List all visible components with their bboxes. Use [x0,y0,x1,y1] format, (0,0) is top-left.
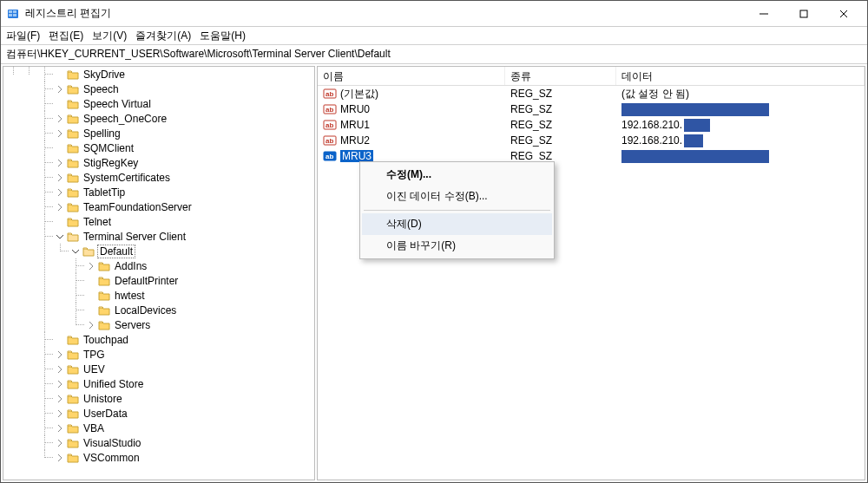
table-row[interactable]: abMRU2REG_SZ192.168.210. [318,133,865,148]
tree-label[interactable]: VSCommon [82,452,141,464]
tree-item[interactable]: hwtest [85,288,314,303]
tree-item[interactable]: Unistore [54,391,314,406]
chevron-right-icon[interactable] [54,83,66,95]
tree-label[interactable]: Servers [113,319,152,331]
chevron-right-icon[interactable] [54,408,66,420]
tree-label[interactable]: TPG [82,349,107,361]
tree-label[interactable]: UserData [82,408,129,420]
tree-pane[interactable]: SkyDriveSpeechSpeech VirtualSpeech_OneCo… [3,66,315,480]
menu-help[interactable]: 도움말(H) [200,29,246,43]
tree-label[interactable]: VisualStudio [82,437,143,449]
tree-item[interactable]: AddIns [85,258,314,273]
tree-item[interactable]: Speech Virtual [54,96,314,111]
tree-label[interactable]: DefaultPrinter [113,275,180,287]
chevron-right-icon[interactable] [54,378,66,390]
tree-item[interactable]: TabletTip [54,185,314,199]
col-data[interactable]: 데이터 [616,67,865,85]
tree-label[interactable]: VBA [82,422,106,434]
tree-item[interactable]: Telnet [54,214,314,229]
cm-modify[interactable]: 수정(M)... [362,164,552,186]
tree-item[interactable]: UserData [54,406,314,421]
tree-item[interactable]: Default [69,244,314,258]
list-pane[interactable]: 이름 종류 데이터 ab(기본값)REG_SZ(값 설정 안 됨)abMRU0R… [317,66,865,480]
chevron-right-icon[interactable] [85,319,97,331]
chevron-down-icon[interactable] [69,245,82,258]
tree-label[interactable]: Telnet [82,216,113,228]
tree-item[interactable]: Touchpad [54,332,314,347]
table-row[interactable]: ab(기본값)REG_SZ(값 설정 안 됨) [318,86,865,101]
tree-label[interactable]: Spelling [82,127,122,140]
redacted-region [621,103,769,116]
content: SkyDriveSpeechSpeech VirtualSpeech_OneCo… [1,64,867,482]
chevron-right-icon[interactable] [54,393,66,405]
tree-label[interactable]: TabletTip [82,186,127,199]
chevron-down-icon[interactable] [54,231,66,243]
tree-item[interactable]: LocalDevices [85,303,314,317]
tree-item[interactable]: TeamFoundationServer [54,199,314,214]
chevron-right-icon[interactable] [54,349,66,361]
menu-fav[interactable]: 즐겨찾기(A) [135,29,191,43]
tree-label[interactable]: Default [97,245,135,258]
tree-item[interactable]: Unified Store [54,376,314,391]
chevron-right-icon[interactable] [54,186,66,199]
tree-item[interactable]: UEV [54,362,314,376]
tree-label[interactable]: LocalDevices [113,304,178,317]
tree-label[interactable]: Touchpad [82,334,130,346]
chevron-right-icon[interactable] [85,260,97,272]
tree-item[interactable]: VisualStudio [54,435,314,450]
minimize-button[interactable] [744,2,784,26]
cm-rename[interactable]: 이름 바꾸기(R) [362,235,552,257]
tree-item[interactable]: Servers [85,317,314,332]
window-title: 레지스트리 편집기 [25,6,744,21]
col-name[interactable]: 이름 [318,67,505,85]
tree-label[interactable]: UEV [82,363,107,375]
chevron-right-icon[interactable] [54,127,66,140]
tree-item[interactable]: SkyDrive [54,67,314,82]
chevron-right-icon[interactable] [54,157,66,169]
tree-label[interactable]: AddIns [113,260,148,272]
menu-file[interactable]: 파일(F) [6,29,40,43]
col-type[interactable]: 종류 [505,67,616,85]
menu-edit[interactable]: 편집(E) [49,29,83,43]
tree-item[interactable]: SystemCertificates [54,170,314,185]
maximize-button[interactable] [784,2,824,26]
chevron-right-icon[interactable] [54,422,66,434]
tree-label[interactable]: Unistore [82,393,124,405]
tree-label[interactable]: hwtest [113,290,147,302]
table-row[interactable]: abMRU0REG_SZ [318,101,865,117]
tree-label[interactable]: SQMClient [82,142,135,154]
tree-item[interactable]: StigRegKey [54,155,314,170]
tree-label[interactable]: StigRegKey [82,157,140,169]
chevron-right-icon[interactable] [54,172,66,184]
table-row[interactable]: abMRU1REG_SZ192.168.210. [318,117,865,133]
tree-label[interactable]: SkyDrive [82,69,127,81]
tree-item[interactable]: Terminal Server Client [54,229,314,244]
chevron-right-icon[interactable] [54,437,66,449]
tree-item[interactable]: SQMClient [54,140,314,155]
tree-label[interactable]: Terminal Server Client [82,231,187,243]
tree-item[interactable]: VSCommon [54,450,314,465]
tree-item[interactable]: Spelling [54,126,314,140]
chevron-right-icon[interactable] [54,201,66,213]
cm-modify-binary[interactable]: 이진 데이터 수정(B)... [362,186,552,207]
tree-label[interactable]: Unified Store [82,378,145,390]
chevron-right-icon[interactable] [54,113,66,125]
chevron-right-icon[interactable] [54,452,66,464]
tree-item[interactable]: Speech [54,82,314,96]
value-data: 192.168.210. [616,134,865,147]
menu-view[interactable]: 보기(V) [92,29,127,43]
address-bar[interactable]: 컴퓨터\HKEY_CURRENT_USER\Software\Microsoft… [1,44,867,64]
tree-label[interactable]: Speech Virtual [82,98,153,110]
tree-item[interactable]: Speech_OneCore [54,111,314,126]
cm-delete[interactable]: 삭제(D) [362,213,552,235]
chevron-right-icon[interactable] [54,363,66,375]
tree-label[interactable]: Speech [82,83,121,95]
folder-icon [66,231,80,243]
tree-label[interactable]: SystemCertificates [82,172,172,184]
tree-label[interactable]: TeamFoundationServer [82,201,194,213]
tree-item[interactable]: DefaultPrinter [85,273,314,288]
close-button[interactable] [824,2,864,26]
tree-label[interactable]: Speech_OneCore [82,113,168,125]
tree-item[interactable]: VBA [54,421,314,435]
tree-item[interactable]: TPG [54,347,314,362]
